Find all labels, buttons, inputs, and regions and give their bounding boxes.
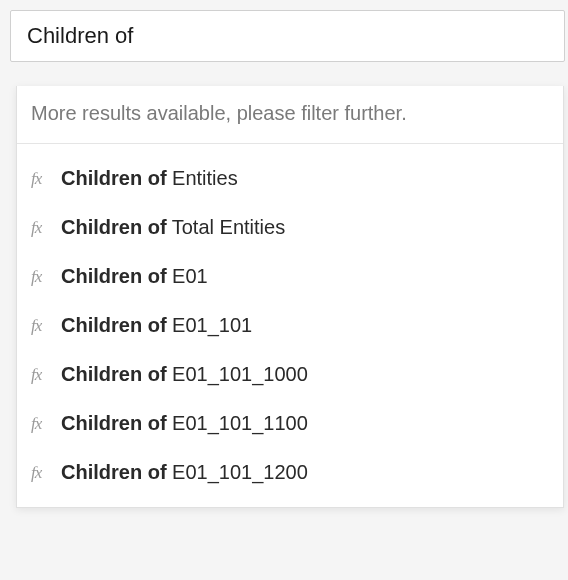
result-label: Children of E01_101_1000 [61, 363, 308, 386]
result-label: Children of Total Entities [61, 216, 285, 239]
function-icon: fx [31, 169, 51, 189]
results-list: fx Children of Entities fx Children of T… [17, 144, 563, 507]
result-item[interactable]: fx Children of E01_101_1000 [17, 350, 563, 399]
result-item[interactable]: fx Children of E01 [17, 252, 563, 301]
result-item[interactable]: fx Children of E01_101_1100 [17, 399, 563, 448]
result-item[interactable]: fx Children of E01_101_1200 [17, 448, 563, 497]
function-icon: fx [31, 218, 51, 238]
search-input[interactable] [27, 23, 548, 49]
more-results-message: More results available, please filter fu… [17, 86, 563, 144]
function-icon: fx [31, 267, 51, 287]
autocomplete-dropdown: More results available, please filter fu… [16, 86, 564, 508]
result-label: Children of E01_101 [61, 314, 252, 337]
result-item[interactable]: fx Children of Total Entities [17, 203, 563, 252]
result-label: Children of E01_101_1200 [61, 461, 308, 484]
result-label: Children of E01_101_1100 [61, 412, 308, 435]
function-icon: fx [31, 365, 51, 385]
function-icon: fx [31, 414, 51, 434]
result-label: Children of Entities [61, 167, 238, 190]
result-label: Children of E01 [61, 265, 208, 288]
function-icon: fx [31, 463, 51, 483]
result-item[interactable]: fx Children of E01_101 [17, 301, 563, 350]
search-box[interactable] [10, 10, 565, 62]
function-icon: fx [31, 316, 51, 336]
result-item[interactable]: fx Children of Entities [17, 154, 563, 203]
